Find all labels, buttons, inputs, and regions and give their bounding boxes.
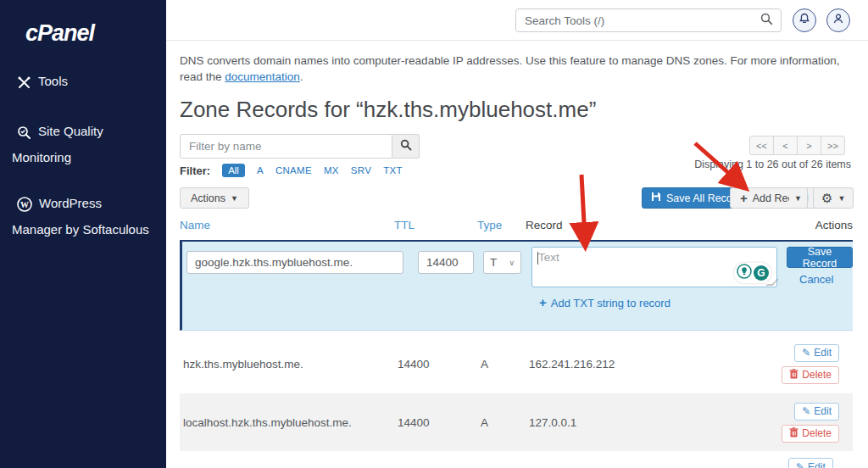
delete-label: Delete [802,369,832,381]
chevron-down-icon: ▼ [231,194,238,203]
cpanel-logo[interactable]: cPanel [0,0,166,47]
filter-link-srv[interactable]: SRV [351,165,371,176]
search-input[interactable] [516,14,760,27]
page-last-button[interactable]: >> [821,136,845,155]
column-header-ttl[interactable]: TTL [394,219,477,240]
add-txt-string-link[interactable]: +Add TXT string to record [539,296,670,309]
chevron-down-icon: ∨ [509,259,515,267]
page-title: Zone Records for “hzk.ths.mybluehost.me” [180,97,596,123]
record-ttl-input[interactable] [418,251,474,274]
save-icon [651,192,661,204]
grammarly-icon[interactable]: G [754,265,769,281]
feature-description: DNS converts domain names into computer-… [180,53,841,85]
filter-input[interactable] [180,134,392,159]
settings-gear-button[interactable]: ⚙ ▼ [813,187,854,209]
chevron-down-icon: ▼ [794,194,802,203]
top-bar [166,0,868,41]
edit-label: Edit [814,347,832,359]
edit-label: Edit [808,461,826,468]
filter-all-pill[interactable]: All [222,164,245,177]
record-name: hzk.ths.mybluehost.me. [180,358,394,370]
filter-type-row: Filter: All A CNAME MX SRV TXT [180,164,403,177]
save-record-button[interactable]: Save Record [787,247,853,268]
filter-search-button[interactable] [392,134,420,159]
actions-dropdown-button[interactable]: Actions ▼ [180,187,249,209]
delete-button[interactable]: Delete [782,366,839,384]
column-header-record: Record [526,219,763,240]
record-ttl: 14400 [394,416,477,429]
actions-label: Actions [191,192,225,204]
record-type: A [477,416,526,429]
filter-link-a[interactable]: A [257,165,264,176]
record-value: 127.0.0.1 [526,416,763,429]
tools-icon [17,75,31,97]
search-tools-box [515,8,782,32]
record-name: localhost.hzk.ths.mybluehost.me. [180,416,394,429]
add-txt-label: Add TXT string to record [551,297,670,309]
notifications-button[interactable] [793,8,816,32]
record-value-field: G [531,247,777,287]
record-type-select[interactable]: T ∨ [483,251,521,274]
chevron-down-icon: ▼ [837,194,845,203]
site-quality-icon [17,125,31,147]
grammarly-extension-widget: G [734,263,771,283]
user-icon [832,13,844,28]
plus-icon: + [539,295,547,309]
table-header: Name TTL Type Record Actions [180,219,853,240]
search-icon [400,139,412,154]
account-button[interactable] [826,8,850,32]
pencil-icon: ✎ [802,405,810,417]
table-row: hzk.ths.mybluehost.me. 14400 A 162.241.2… [180,337,853,390]
sidebar-item-label: WordPress Manager by Softaculous [12,196,149,237]
filter-link-cname[interactable]: CNAME [275,165,312,176]
edit-button[interactable]: ✎ Edit [794,403,839,421]
edit-button[interactable]: ✎ Edit [794,344,839,362]
trash-icon [789,427,798,440]
page-first-button[interactable]: << [749,136,774,155]
sidebar-item-label: Tools [38,74,68,88]
trash-icon [789,369,798,382]
page-prev-button[interactable]: < [773,136,798,155]
column-header-actions: Actions [763,219,853,240]
sidebar: cPanel Tools Site Quality Monitoring W W… [0,0,166,468]
pagination-status: Displaying 1 to 26 out of 26 items [694,159,851,170]
record-name-input[interactable] [186,251,403,274]
record-edit-panel: T ∨ G +Add TXT string to record Save Rec… [180,240,853,331]
record-type: A [477,358,526,370]
dns-zone-editor-page: cPanel Tools Site Quality Monitoring W W… [0,0,868,468]
pencil-icon: ✎ [796,461,804,468]
pagination: << < > >> [749,136,845,155]
pencil-icon: ✎ [802,347,810,359]
search-icon[interactable] [760,13,773,29]
edit-button[interactable]: ✎ Edit [788,458,833,468]
record-value: 162.241.216.212 [526,358,763,370]
delete-label: Delete [802,427,832,439]
filter-link-mx[interactable]: MX [324,165,339,176]
sidebar-item-wordpress-manager[interactable]: W WordPress Manager by Softaculous [0,192,166,241]
sidebar-item-site-quality[interactable]: Site Quality Monitoring [0,120,166,169]
plus-icon: + [740,192,748,204]
text-cursor [537,252,538,265]
column-header-name[interactable]: Name [180,219,394,240]
description-period: . [300,70,303,83]
row-actions: ✎ Edit Delete [763,344,853,384]
row-actions: ✎ Edit Delete [763,403,853,443]
cancel-link[interactable]: Cancel [799,273,833,286]
filter-label: Filter: [180,164,210,177]
delete-button[interactable]: Delete [782,425,839,443]
type-select-value: T [490,256,497,269]
gear-icon: ⚙ [821,192,832,204]
lightbulb-icon[interactable] [737,264,752,282]
svg-text:W: W [20,200,29,209]
filter-link-txt[interactable]: TXT [383,165,403,176]
edit-label: Edit [814,405,832,417]
record-ttl: 14400 [394,358,477,370]
column-header-type[interactable]: Type [477,219,526,240]
page-next-button[interactable]: > [797,136,821,155]
add-record-dropdown-button[interactable]: ▼ [789,187,808,209]
filter-box [180,134,420,159]
sidebar-item-tools[interactable]: Tools [0,70,166,97]
table-row: localhost.hzk.ths.mybluehost.me. 14400 A… [180,393,853,451]
documentation-link[interactable]: documentation [225,70,300,83]
wordpress-icon: W [17,197,32,219]
